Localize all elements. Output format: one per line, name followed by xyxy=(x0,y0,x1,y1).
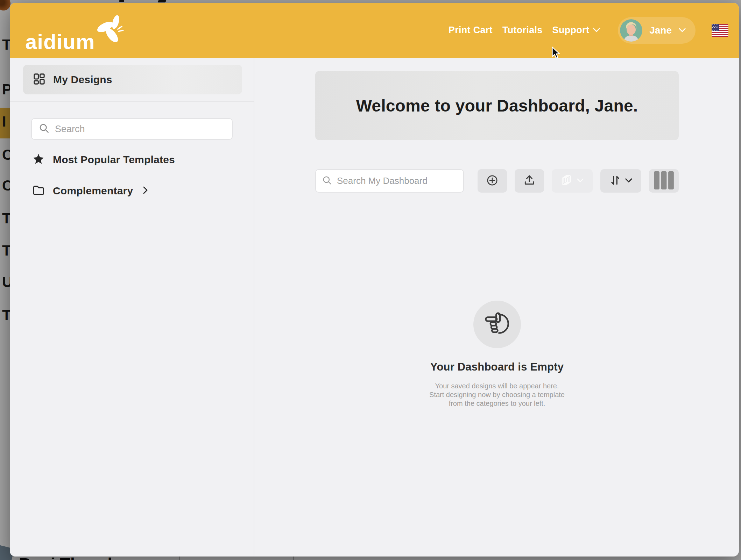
avatar xyxy=(620,19,642,42)
folder-icon xyxy=(33,184,44,198)
logo-text: aidium xyxy=(25,31,95,52)
sidebar-divider xyxy=(10,101,254,102)
empty-state: Your Dashboard is Empty Your saved desig… xyxy=(315,301,679,408)
nav-support[interactable]: Support xyxy=(552,25,601,36)
empty-state-title: Your Dashboard is Empty xyxy=(430,361,564,373)
chevron-down-icon xyxy=(593,27,600,34)
star-icon xyxy=(33,153,44,166)
grid-view-icon xyxy=(654,171,674,191)
chevron-down-icon xyxy=(679,27,686,34)
sidebar-item-label: Complementary xyxy=(53,185,133,197)
dashboard-window: aidium Pri xyxy=(10,3,739,557)
sidebar: My Designs Most Popular Templates xyxy=(10,58,254,557)
search-icon xyxy=(322,175,332,187)
nav-support-label: Support xyxy=(552,25,590,36)
dashboard-search xyxy=(315,169,464,193)
nav-print-cart[interactable]: Print Cart xyxy=(449,25,493,36)
toolbar-buttons xyxy=(478,169,679,193)
dashboard-search-input[interactable] xyxy=(337,175,457,186)
main-content: Welcome to your Dashboard, Jane. xyxy=(254,58,739,557)
chevron-down-icon xyxy=(577,178,584,184)
language-flag-us-icon[interactable] xyxy=(712,24,728,37)
empty-state-badge xyxy=(473,301,521,348)
add-design-button[interactable] xyxy=(478,169,507,193)
screen: T P I C C T T U T Benj Thornburg aidium xyxy=(0,0,741,560)
empty-state-description: Your saved designs will be appear here. … xyxy=(429,382,565,408)
sidebar-item-label: Most Popular Templates xyxy=(53,154,175,166)
user-name: Jane xyxy=(649,25,672,36)
user-menu[interactable]: Jane xyxy=(618,17,696,44)
app-header: aidium Pri xyxy=(10,3,739,58)
dashboard-toolbar xyxy=(315,169,679,193)
upload-button[interactable] xyxy=(515,169,544,193)
copy-icon xyxy=(561,174,573,187)
sidebar-item-most-popular-templates[interactable]: Most Popular Templates xyxy=(33,153,175,166)
sidebar-search-input[interactable] xyxy=(55,124,225,135)
duplicate-button[interactable] xyxy=(552,169,593,193)
search-icon xyxy=(39,123,49,135)
sort-button[interactable] xyxy=(600,169,641,193)
nav-tutorials[interactable]: Tutorials xyxy=(502,25,543,36)
grid-icon xyxy=(33,73,45,87)
empty-state-line: Your saved designs will be appear here. xyxy=(429,382,565,390)
bee-icon xyxy=(93,15,126,47)
header-nav: Print Cart Tutorials Support xyxy=(449,17,728,44)
chevron-right-icon xyxy=(143,186,148,196)
chevron-down-icon xyxy=(625,178,632,184)
pointing-hand-icon xyxy=(484,311,510,338)
sidebar-item-my-designs[interactable]: My Designs xyxy=(23,65,242,94)
welcome-banner: Welcome to your Dashboard, Jane. xyxy=(315,71,679,140)
aidium-logo[interactable]: aidium xyxy=(25,15,126,52)
add-icon xyxy=(486,174,499,188)
upload-icon xyxy=(523,174,536,188)
grid-view-button[interactable] xyxy=(649,169,679,193)
sidebar-item-complementary[interactable]: Complementary xyxy=(33,184,148,198)
sort-icon xyxy=(610,175,621,187)
empty-state-line: from the categories to your left. xyxy=(429,399,565,408)
sidebar-item-label: My Designs xyxy=(53,74,112,86)
sidebar-search xyxy=(31,118,233,140)
empty-state-line: Start designing now by choosing a templa… xyxy=(429,390,565,399)
welcome-title: Welcome to your Dashboard, Jane. xyxy=(356,96,638,115)
